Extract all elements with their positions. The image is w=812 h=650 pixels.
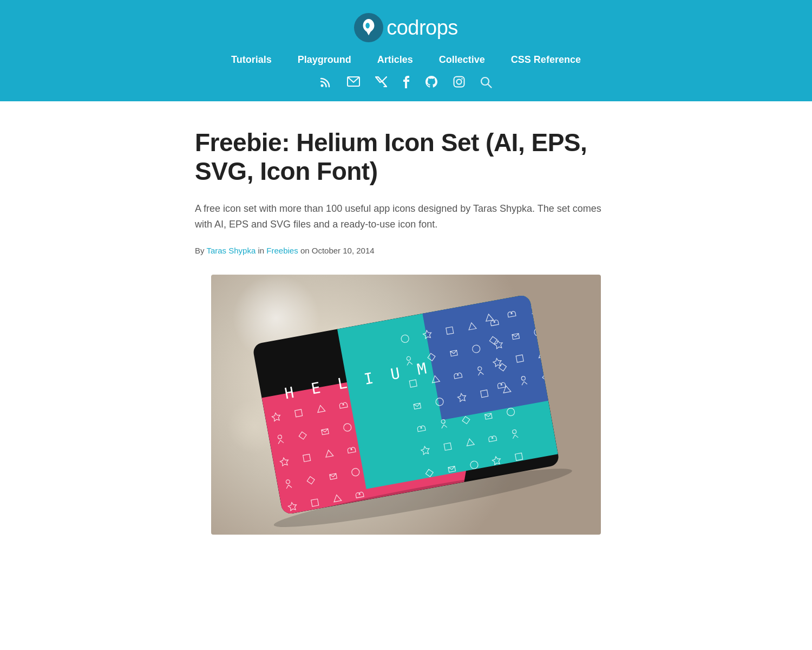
nav-tutorials[interactable]: Tutorials	[231, 54, 272, 66]
svg-point-1	[321, 84, 324, 87]
rss-icon[interactable]	[320, 76, 332, 91]
article-image	[211, 275, 601, 535]
meta-on: on	[300, 246, 310, 255]
meta-in: in	[258, 246, 264, 255]
meta-prefix: By	[195, 246, 205, 255]
nav-playground[interactable]: Playground	[298, 54, 351, 66]
main-nav: Tutorials Playground Articles Collective…	[0, 54, 812, 66]
svg-line-7	[488, 84, 492, 87]
nav-collective[interactable]: Collective	[439, 54, 485, 66]
instagram-icon[interactable]	[453, 76, 465, 91]
logo[interactable]: codrops	[0, 13, 812, 42]
site-header: codrops Tutorials Playground Articles Co…	[0, 0, 812, 101]
nav-articles[interactable]: Articles	[377, 54, 413, 66]
category-link[interactable]: Freebies	[266, 246, 298, 255]
logo-text: codrops	[387, 16, 458, 40]
search-icon[interactable]	[480, 76, 492, 91]
social-bar	[0, 75, 812, 92]
svg-point-5	[461, 78, 462, 79]
nav-css-reference[interactable]: CSS Reference	[511, 54, 581, 66]
email-icon[interactable]	[347, 76, 360, 90]
facebook-icon[interactable]	[402, 75, 410, 92]
logo-icon	[354, 13, 383, 42]
article-content: Freebie: Helium Icon Set (AI, EPS, SVG, …	[162, 101, 650, 556]
article-title: Freebie: Helium Icon Set (AI, EPS, SVG, …	[195, 128, 617, 186]
article-description: A free icon set with more than 100 usefu…	[195, 201, 617, 233]
svg-point-0	[365, 23, 370, 28]
article-date: October 10, 2014	[312, 246, 375, 255]
article-meta: By Taras Shypka in Freebies on October 1…	[195, 246, 617, 255]
twitter-icon[interactable]	[375, 76, 387, 90]
github-icon[interactable]	[425, 75, 438, 92]
author-link[interactable]: Taras Shypka	[206, 246, 256, 255]
helium-preview-image	[211, 275, 601, 535]
svg-rect-3	[454, 77, 464, 87]
svg-point-4	[457, 80, 462, 84]
